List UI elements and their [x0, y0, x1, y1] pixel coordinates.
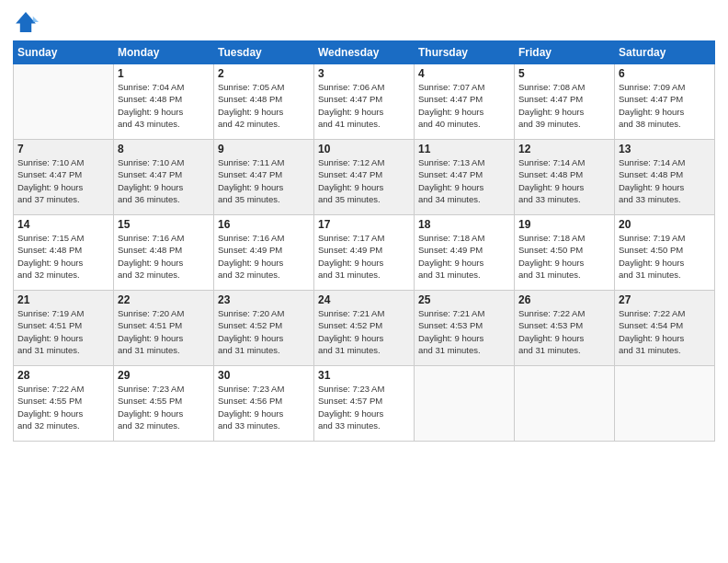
day-info: Sunrise: 7:10 AMSunset: 4:47 PMDaylight:…	[118, 156, 210, 205]
day-info: Sunrise: 7:20 AMSunset: 4:51 PMDaylight:…	[118, 307, 210, 356]
calendar-cell: 3Sunrise: 7:06 AMSunset: 4:47 PMDaylight…	[314, 64, 415, 140]
day-number: 9	[218, 143, 310, 155]
calendar-cell: 31Sunrise: 7:23 AMSunset: 4:57 PMDayligh…	[314, 366, 415, 442]
calendar-cell: 1Sunrise: 7:04 AMSunset: 4:48 PMDaylight…	[114, 64, 214, 140]
day-number: 30	[218, 369, 310, 382]
day-info: Sunrise: 7:19 AMSunset: 4:51 PMDaylight:…	[17, 307, 109, 356]
day-number: 24	[318, 293, 410, 306]
day-info: Sunrise: 7:12 AMSunset: 4:47 PMDaylight:…	[318, 156, 410, 205]
calendar-cell: 14Sunrise: 7:15 AMSunset: 4:48 PMDayligh…	[14, 215, 114, 291]
day-number: 11	[418, 143, 510, 155]
calendar-cell	[14, 64, 114, 140]
day-info: Sunrise: 7:13 AMSunset: 4:47 PMDaylight:…	[418, 156, 510, 205]
col-header-friday: Friday	[515, 41, 615, 64]
calendar-cell: 2Sunrise: 7:05 AMSunset: 4:48 PMDaylight…	[214, 64, 314, 140]
day-number: 17	[318, 218, 410, 231]
day-number: 8	[118, 143, 210, 155]
day-number: 25	[418, 293, 510, 306]
day-number: 19	[518, 218, 610, 231]
col-header-thursday: Thursday	[415, 41, 515, 64]
day-info: Sunrise: 7:18 AMSunset: 4:49 PMDaylight:…	[418, 232, 510, 281]
calendar-cell: 19Sunrise: 7:18 AMSunset: 4:50 PMDayligh…	[515, 215, 615, 291]
day-info: Sunrise: 7:16 AMSunset: 4:48 PMDaylight:…	[118, 232, 210, 281]
day-info: Sunrise: 7:04 AMSunset: 4:48 PMDaylight:…	[118, 81, 210, 130]
day-number: 27	[619, 293, 711, 306]
page: SundayMondayTuesdayWednesdayThursdayFrid…	[0, 0, 728, 563]
svg-marker-0	[16, 12, 36, 32]
calendar-cell: 18Sunrise: 7:18 AMSunset: 4:49 PMDayligh…	[415, 215, 515, 291]
day-info: Sunrise: 7:11 AMSunset: 4:47 PMDaylight:…	[218, 156, 310, 205]
day-number: 12	[518, 143, 610, 155]
day-info: Sunrise: 7:14 AMSunset: 4:48 PMDaylight:…	[518, 156, 610, 205]
calendar-cell: 30Sunrise: 7:23 AMSunset: 4:56 PMDayligh…	[214, 366, 314, 442]
day-info: Sunrise: 7:19 AMSunset: 4:50 PMDaylight:…	[619, 232, 711, 281]
day-number: 28	[17, 369, 109, 382]
calendar-cell: 23Sunrise: 7:20 AMSunset: 4:52 PMDayligh…	[214, 291, 314, 366]
day-number: 26	[518, 293, 610, 306]
calendar-header-row: SundayMondayTuesdayWednesdayThursdayFrid…	[14, 41, 715, 64]
calendar-cell: 22Sunrise: 7:20 AMSunset: 4:51 PMDayligh…	[114, 291, 214, 366]
day-number: 20	[619, 218, 711, 231]
day-number: 3	[318, 67, 410, 80]
day-info: Sunrise: 7:22 AMSunset: 4:54 PMDaylight:…	[619, 307, 711, 356]
day-number: 31	[318, 369, 410, 382]
calendar-cell: 6Sunrise: 7:09 AMSunset: 4:47 PMDaylight…	[615, 64, 715, 140]
day-number: 18	[418, 218, 510, 231]
col-header-monday: Monday	[114, 41, 214, 64]
calendar-cell: 16Sunrise: 7:16 AMSunset: 4:49 PMDayligh…	[214, 215, 314, 291]
day-info: Sunrise: 7:16 AMSunset: 4:49 PMDaylight:…	[218, 232, 310, 281]
day-number: 21	[17, 293, 109, 306]
calendar-cell: 7Sunrise: 7:10 AMSunset: 4:47 PMDaylight…	[14, 140, 114, 215]
calendar-cell: 24Sunrise: 7:21 AMSunset: 4:52 PMDayligh…	[314, 291, 415, 366]
day-number: 15	[118, 218, 210, 231]
calendar-cell: 5Sunrise: 7:08 AMSunset: 4:47 PMDaylight…	[515, 64, 615, 140]
day-number: 2	[218, 67, 310, 80]
calendar-cell: 25Sunrise: 7:21 AMSunset: 4:53 PMDayligh…	[415, 291, 515, 366]
calendar-cell: 21Sunrise: 7:19 AMSunset: 4:51 PMDayligh…	[14, 291, 114, 366]
calendar-cell: 9Sunrise: 7:11 AMSunset: 4:47 PMDaylight…	[214, 140, 314, 215]
day-info: Sunrise: 7:14 AMSunset: 4:48 PMDaylight:…	[619, 156, 711, 205]
col-header-wednesday: Wednesday	[314, 41, 415, 64]
calendar-week-row: 7Sunrise: 7:10 AMSunset: 4:47 PMDaylight…	[14, 140, 715, 215]
day-number: 6	[619, 67, 711, 80]
day-info: Sunrise: 7:09 AMSunset: 4:47 PMDaylight:…	[619, 81, 711, 130]
day-info: Sunrise: 7:10 AMSunset: 4:47 PMDaylight:…	[17, 156, 109, 205]
calendar-cell: 27Sunrise: 7:22 AMSunset: 4:54 PMDayligh…	[615, 291, 715, 366]
calendar-cell	[415, 366, 515, 442]
day-info: Sunrise: 7:22 AMSunset: 4:55 PMDaylight:…	[17, 383, 109, 431]
calendar-cell: 29Sunrise: 7:23 AMSunset: 4:55 PMDayligh…	[114, 366, 214, 442]
calendar-cell: 15Sunrise: 7:16 AMSunset: 4:48 PMDayligh…	[114, 215, 214, 291]
day-number: 5	[518, 67, 610, 80]
day-info: Sunrise: 7:06 AMSunset: 4:47 PMDaylight:…	[318, 81, 410, 130]
day-info: Sunrise: 7:21 AMSunset: 4:52 PMDaylight:…	[318, 307, 410, 356]
calendar-week-row: 1Sunrise: 7:04 AMSunset: 4:48 PMDaylight…	[14, 64, 715, 140]
day-info: Sunrise: 7:23 AMSunset: 4:57 PMDaylight:…	[318, 383, 410, 431]
day-number: 22	[118, 293, 210, 306]
calendar-week-row: 14Sunrise: 7:15 AMSunset: 4:48 PMDayligh…	[14, 215, 715, 291]
day-info: Sunrise: 7:20 AMSunset: 4:52 PMDaylight:…	[218, 307, 310, 356]
day-number: 7	[17, 143, 109, 155]
col-header-sunday: Sunday	[14, 41, 114, 64]
calendar-cell: 10Sunrise: 7:12 AMSunset: 4:47 PMDayligh…	[314, 140, 415, 215]
logo	[13, 9, 42, 35]
calendar-cell: 4Sunrise: 7:07 AMSunset: 4:47 PMDaylight…	[415, 64, 515, 140]
day-info: Sunrise: 7:05 AMSunset: 4:48 PMDaylight:…	[218, 81, 310, 130]
calendar-cell: 8Sunrise: 7:10 AMSunset: 4:47 PMDaylight…	[114, 140, 214, 215]
day-number: 16	[218, 218, 310, 231]
day-info: Sunrise: 7:15 AMSunset: 4:48 PMDaylight:…	[17, 232, 109, 281]
logo-icon	[13, 9, 39, 35]
day-number: 23	[218, 293, 310, 306]
day-info: Sunrise: 7:23 AMSunset: 4:56 PMDaylight:…	[218, 383, 310, 431]
day-info: Sunrise: 7:18 AMSunset: 4:50 PMDaylight:…	[518, 232, 610, 281]
day-info: Sunrise: 7:17 AMSunset: 4:49 PMDaylight:…	[318, 232, 410, 281]
calendar-cell: 13Sunrise: 7:14 AMSunset: 4:48 PMDayligh…	[615, 140, 715, 215]
day-number: 13	[619, 143, 711, 155]
day-number: 4	[418, 67, 510, 80]
day-info: Sunrise: 7:21 AMSunset: 4:53 PMDaylight:…	[418, 307, 510, 356]
day-number: 14	[17, 218, 109, 231]
day-info: Sunrise: 7:22 AMSunset: 4:53 PMDaylight:…	[518, 307, 610, 356]
calendar-week-row: 28Sunrise: 7:22 AMSunset: 4:55 PMDayligh…	[14, 366, 715, 442]
day-number: 1	[118, 67, 210, 80]
calendar-cell: 17Sunrise: 7:17 AMSunset: 4:49 PMDayligh…	[314, 215, 415, 291]
calendar-cell: 28Sunrise: 7:22 AMSunset: 4:55 PMDayligh…	[14, 366, 114, 442]
